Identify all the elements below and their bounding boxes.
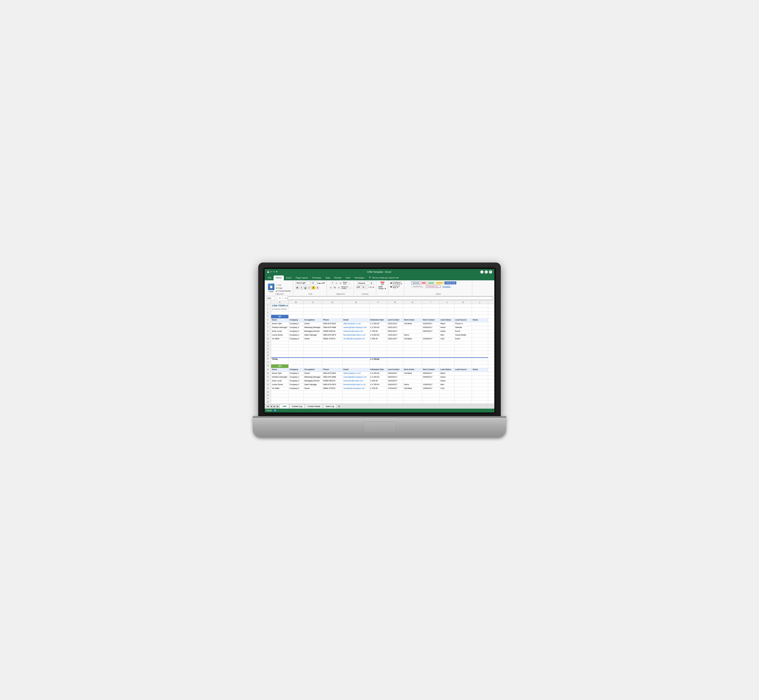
cell-k19[interactable]: Lead Source [454,368,472,372]
cell-j5[interactable]: Lead Status [440,319,454,322]
cell-f2[interactable] [370,308,387,311]
cell-h6[interactable]: Call Back [403,322,422,326]
cell-d20[interactable]: 0909-879-0623 [322,372,343,375]
cell-a4-q1[interactable]: Q1 [271,315,289,318]
cell-h18[interactable] [403,364,422,368]
style-neutral-badge[interactable]: Neutral [435,281,444,284]
cell-i20[interactable]: 05/06/2017 [422,372,440,375]
sheet-nav-first[interactable]: |◀ [266,405,270,408]
cell-g10[interactable]: 19/01/2017 [387,338,403,341]
tab-view[interactable]: View [344,275,353,280]
cell-g23[interactable]: 10/04/2017 [387,383,403,387]
cell-i10[interactable]: 20/03/2017 [422,338,440,341]
font-size-down-icon[interactable]: A▼ [322,282,325,284]
cell-j1[interactable] [440,304,454,308]
cell-b9[interactable]: Company 4 [289,334,303,337]
tab-page-layout[interactable]: Page Layout [294,275,310,280]
cell-i3[interactable] [422,312,440,314]
cell-e16[interactable] [343,358,370,361]
cell-a21[interactable]: Sheldon Arkwright [271,376,289,379]
style-followed-badge[interactable]: Followed Hy... [426,285,441,288]
cell-c9[interactable]: Sales Manager [303,334,322,337]
cell-f23[interactable]: £ 3,750.00 [370,383,387,387]
cell-c8[interactable]: Managing Director [303,330,322,333]
cell-l22[interactable] [472,380,488,383]
cell-e23[interactable]: leonadoran@comp4.co.uk [343,383,370,387]
cell-g21[interactable]: 03/04/2017 [387,376,403,379]
style-explanatory-badge[interactable]: Explanatory... [411,285,425,288]
cell-l23[interactable] [472,383,488,387]
col-header-a[interactable]: A [271,301,289,304]
sheet-tab-crm[interactable]: CRM [280,404,289,408]
cell-g1[interactable] [387,304,403,308]
cell-d24[interactable]: 08081-570070 [322,387,343,391]
cell-g5[interactable]: Last Contact [387,319,403,322]
cell-a6[interactable]: Anson Tyler [271,322,289,326]
cell-c4[interactable] [303,315,322,318]
cell-e22[interactable]: amelucas@comp3.com [343,380,370,383]
cell-k7[interactable]: Website [454,326,472,330]
sheet-nav-prev[interactable]: ◀ [270,405,273,408]
cell-h3[interactable] [403,312,422,314]
cell-f19[interactable]: Estimated Sale [370,368,387,372]
insert-function-icon[interactable]: fx [285,297,286,300]
align-bottom-button[interactable]: ≡ [339,281,342,285]
cell-k20[interactable] [454,372,472,375]
cell-f24[interactable]: £ 750.00 [370,387,387,391]
cell-b5[interactable]: Company [289,319,303,322]
cell-c5[interactable]: Occupation [303,319,322,322]
cell-f9[interactable]: £ 3,000.00 [370,334,387,337]
cell-d10[interactable]: 08081-570070 [322,338,343,341]
cell-l2[interactable] [472,308,488,311]
confirm-formula-icon[interactable]: ✓ [282,297,284,300]
cell-k22[interactable] [454,380,472,383]
cell-f22[interactable]: £ 450.00 [370,380,387,383]
cell-g8[interactable]: 09/01/2017 [387,330,403,333]
col-header-e[interactable]: E [343,301,370,304]
cell-c10[interactable]: Owner [303,338,322,341]
style-normal-badge[interactable]: Normal [411,281,420,284]
cell-i5[interactable]: Next Contact [422,319,440,322]
cell-j23[interactable]: Won [440,383,454,387]
cell-h10[interactable]: Call Back [403,338,422,341]
cell-e2[interactable] [343,308,370,311]
cell-l24[interactable] [472,387,488,391]
cell-j20[interactable]: Warm [440,372,454,375]
cell-j2[interactable] [440,308,454,311]
fill-color-button[interactable]: A [312,286,315,289]
cell-f7[interactable]: £ 2,025.00 [370,326,387,330]
cell-j9[interactable]: Won [440,334,454,337]
cell-d5[interactable]: Phone [322,319,343,322]
cell-b10[interactable]: Company 5 [289,338,303,341]
cell-f1[interactable] [370,304,387,308]
cell-k2[interactable] [454,308,472,311]
cell-g6[interactable]: 02/01/2017 [387,322,403,326]
cell-a22[interactable]: Amie Lucas [271,380,289,383]
cell-e4[interactable] [343,315,370,318]
cell-a8[interactable]: Amie Lucas [271,330,289,333]
cell-i9[interactable] [422,334,440,337]
cell-l7[interactable] [472,326,488,330]
cell-g2[interactable] [387,308,403,311]
cell-a7[interactable]: Sheldon Arkwright [271,326,289,330]
cell-k21[interactable] [454,376,472,379]
cell-g18[interactable] [387,364,403,368]
cell-k1[interactable] [454,304,472,308]
cell-e7[interactable]: sarkwright@company2.com [343,326,370,330]
comma-button[interactable]: , [365,286,368,289]
cell-i1[interactable] [422,304,440,308]
cell-b24[interactable]: Company 5 [289,387,303,391]
cell-i7[interactable]: 02/03/2017 [422,326,440,330]
align-top-button[interactable]: ⊤ [331,281,334,285]
cell-l21[interactable] [472,376,488,379]
increase-decimal-button[interactable]: +.0 [369,286,372,288]
cell-d2[interactable] [322,308,343,311]
cell-g22[interactable]: 10/04/2017 [387,380,403,383]
cell-b20[interactable]: Company 1 [289,372,303,375]
cell-j16[interactable] [440,358,454,361]
cell-h23[interactable]: Demo [403,383,422,387]
cell-k9[interactable]: Social Media [454,334,472,337]
cell-h2[interactable] [403,308,422,311]
cell-l19[interactable]: Notes [472,368,488,372]
cell-a23[interactable]: Leona Doran [271,383,289,387]
